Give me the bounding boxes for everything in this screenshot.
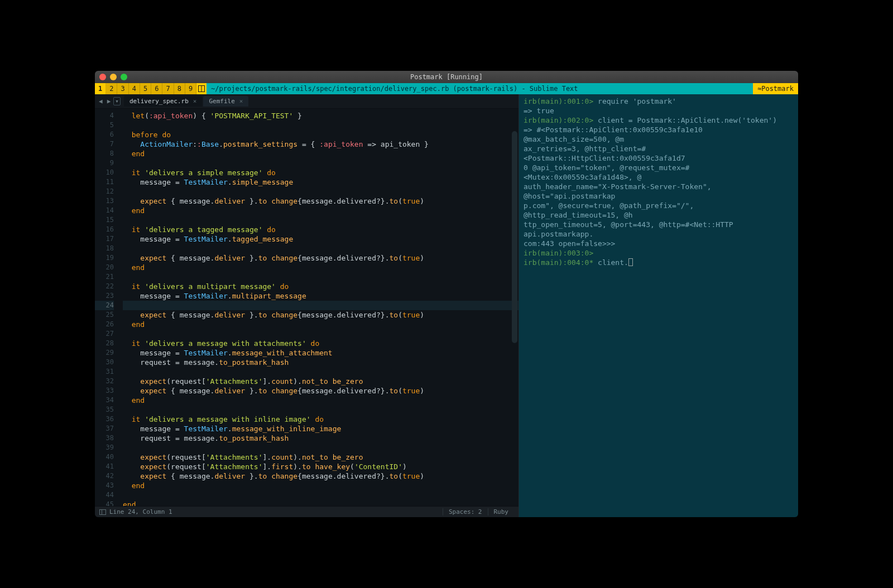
close-tab-icon[interactable]: × [239, 98, 243, 105]
titlebar: Postmark [Running] [95, 71, 798, 83]
panel-icon[interactable] [99, 509, 106, 515]
tab-label: delivery_spec.rb [129, 98, 189, 105]
tmux-window[interactable]: 2 [106, 83, 117, 94]
terminal-cursor [628, 258, 633, 266]
tmux-status-bar: 123456789 ~/projects/postmark-rails/spec… [95, 83, 798, 94]
gutter: 4567891011121314151617181920212223242526… [95, 109, 118, 506]
layout-icon[interactable] [196, 83, 207, 94]
body: ◀ ▶ ▾ delivery_spec.rb×Gemfile× 45678910… [95, 94, 798, 517]
tmux-windows: 123456789 [95, 83, 196, 94]
tmux-window[interactable]: 1 [95, 83, 106, 94]
tmux-window[interactable]: 4 [129, 83, 140, 94]
nav-forward-icon[interactable]: ▶ [105, 98, 113, 105]
cursor-position: Line 24, Column 1 [109, 508, 172, 515]
minimize-icon[interactable] [110, 74, 117, 80]
tmux-window[interactable]: 6 [151, 83, 162, 94]
tmux-window[interactable]: 5 [140, 83, 151, 94]
editor[interactable]: 4567891011121314151617181920212223242526… [95, 109, 518, 506]
file-tab[interactable]: Gemfile× [203, 96, 248, 107]
tmux-window[interactable]: 9 [185, 83, 196, 94]
editor-pane: ◀ ▶ ▾ delivery_spec.rb×Gemfile× 45678910… [95, 94, 519, 517]
tmux-window[interactable]: 7 [162, 83, 174, 94]
scrollbar[interactable] [512, 131, 517, 343]
close-icon[interactable] [99, 74, 106, 80]
tmux-window[interactable]: 8 [174, 83, 185, 94]
nav-menu-icon[interactable]: ▾ [113, 97, 121, 105]
close-tab-icon[interactable]: × [193, 98, 197, 105]
tmux-path: ~/projects/postmark-rails/spec/integrati… [207, 83, 753, 94]
syntax-setting[interactable]: Ruby [488, 508, 515, 515]
tmux-session: ≈Postmark [753, 83, 798, 94]
tmux-window[interactable]: 3 [117, 83, 128, 94]
code-area[interactable]: let(:api_token) { 'POSTMARK_API_TEST' } … [118, 109, 518, 506]
window: Postmark [Running] 123456789 ~/projects/… [95, 71, 798, 517]
file-tab[interactable]: delivery_spec.rb× [124, 96, 203, 107]
zoom-icon[interactable] [121, 74, 127, 80]
indent-setting[interactable]: Spaces: 2 [443, 508, 488, 515]
traffic-lights [99, 74, 127, 80]
status-bar: Line 24, Column 1 Spaces: 2 Ruby [95, 506, 518, 517]
terminal-pane[interactable]: irb(main):001:0> require 'postmark'=> tr… [519, 94, 798, 517]
nav-back-icon[interactable]: ◀ [97, 98, 104, 105]
tab-label: Gemfile [209, 98, 234, 105]
window-title: Postmark [Running] [95, 73, 798, 81]
tab-bar: ◀ ▶ ▾ delivery_spec.rb×Gemfile× [95, 94, 518, 109]
